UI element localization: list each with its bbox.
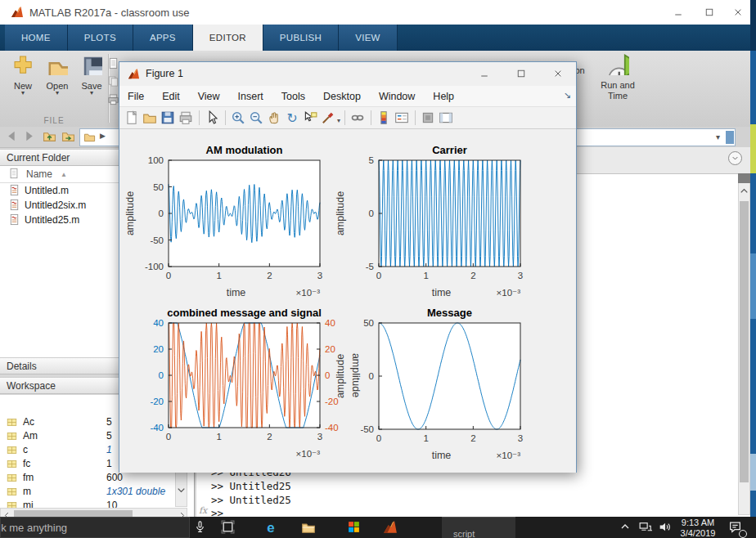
open-button[interactable]: Open ▾ <box>41 54 74 114</box>
figure-close-button[interactable] <box>541 62 575 85</box>
pan-hand-icon[interactable] <box>267 110 281 125</box>
zoom-in-icon[interactable] <box>231 110 245 125</box>
script-button-label: script <box>453 529 475 538</box>
brush-dropdown-caret[interactable]: ▾ <box>337 117 340 124</box>
save-figure-icon[interactable] <box>160 110 175 125</box>
script-window-button[interactable]: script <box>442 517 515 538</box>
edge-browser-icon[interactable]: e <box>263 520 278 538</box>
scroll-down-chevron-icon[interactable] <box>175 484 187 500</box>
tab-publish[interactable]: PUBLISH <box>263 25 339 51</box>
svg-text:0: 0 <box>159 208 164 218</box>
plot-tools-on-icon[interactable] <box>439 110 453 125</box>
subplot-message: 0123-50050Messageamplitudetime×10⁻³ <box>335 307 523 461</box>
figure-window[interactable]: Figure 1 FileEditViewInsertToolsDesktopW… <box>119 61 577 473</box>
insert-colorbar-icon[interactable] <box>376 110 391 125</box>
figure-matlab-icon <box>128 68 140 83</box>
menu-insert[interactable]: Insert <box>238 91 263 102</box>
file-name[interactable]: Untitled25.m <box>25 214 79 226</box>
scroll-up-chevron-icon[interactable] <box>738 185 750 200</box>
file-explorer-icon[interactable] <box>301 520 316 538</box>
file-name[interactable]: Untitled2six.m <box>25 200 86 211</box>
scrollbar-block[interactable] <box>738 173 750 183</box>
workspace-row[interactable]: m1x301 double <box>0 485 195 499</box>
svg-text:AM modulation: AM modulation <box>206 144 283 156</box>
toolbar-separator <box>225 110 226 125</box>
collapse-ribbon-icon[interactable] <box>728 151 742 165</box>
svg-text:1: 1 <box>423 271 428 280</box>
tab-editor[interactable]: EDITOR <box>193 25 263 51</box>
insert-legend-icon[interactable] <box>394 110 409 125</box>
new-document-icon[interactable] <box>124 110 139 125</box>
tab-apps[interactable]: APPS <box>133 25 193 51</box>
open-folder-icon[interactable] <box>142 110 157 125</box>
run-and-time-button[interactable]: Run and Time <box>597 52 638 101</box>
dock-figure-icon[interactable]: ↘ <box>564 90 571 101</box>
address-dropdown-caret[interactable]: ▾ <box>716 132 720 141</box>
address-pin-icon[interactable] <box>726 131 734 144</box>
cortana-placeholder: Ask me anything <box>0 522 67 534</box>
zoom-out-icon[interactable] <box>249 110 263 125</box>
back-arrow-icon[interactable] <box>5 129 19 146</box>
workspace-row[interactable]: fm600 <box>0 471 195 485</box>
menu-help[interactable]: Help <box>433 91 454 102</box>
link-plot-icon[interactable] <box>350 110 365 125</box>
speaker-icon[interactable] <box>658 520 672 537</box>
pointer-icon[interactable] <box>205 110 219 125</box>
forward-arrow-icon[interactable] <box>22 129 36 146</box>
menu-edit[interactable]: Edit <box>162 91 180 102</box>
figure-canvas: 0123-100-50050100AM modulationamplitudet… <box>119 129 576 473</box>
find-files-icon[interactable] <box>107 57 119 73</box>
doc-column-icon <box>8 168 20 182</box>
matlab-taskbar-icon[interactable] <box>383 520 398 538</box>
chevron-up-icon[interactable] <box>619 520 632 536</box>
brush-icon[interactable] <box>321 110 335 125</box>
microphone-icon[interactable] <box>193 520 207 537</box>
minimize-button[interactable] <box>664 0 692 24</box>
data-cursor-icon[interactable] <box>303 110 317 125</box>
windows-store-icon[interactable] <box>347 520 361 537</box>
figure-titlebar[interactable]: Figure 1 <box>119 62 576 87</box>
open-dropdown-caret[interactable]: ▾ <box>41 91 74 96</box>
figure-minimize-button[interactable] <box>467 62 502 85</box>
folder-up-icon[interactable] <box>43 129 56 146</box>
save-dropdown-caret[interactable]: ▾ <box>75 91 108 96</box>
print-icon[interactable] <box>107 93 119 109</box>
matlab-logo-icon <box>11 6 24 22</box>
menu-tools[interactable]: Tools <box>281 91 305 102</box>
figure-maximize-button[interactable] <box>504 62 538 85</box>
run-and-time-label: Run and Time <box>597 80 638 101</box>
folder-browse-icon[interactable] <box>61 129 75 146</box>
rotate-3d-icon[interactable]: ↻ <box>285 110 299 125</box>
tab-home[interactable]: HOME <box>5 25 68 51</box>
editor-scroll-thumb[interactable] <box>740 201 749 482</box>
hscroll-thumb[interactable] <box>14 510 133 517</box>
variable-name[interactable]: Am <box>23 430 38 442</box>
task-view-icon[interactable] <box>221 520 235 537</box>
variable-name[interactable]: m <box>23 486 31 497</box>
tab-view[interactable]: VIEW <box>339 25 398 51</box>
menu-file[interactable]: File <box>128 91 144 102</box>
plot-tools-off-icon[interactable] <box>421 110 435 125</box>
variable-name[interactable]: c <box>23 444 28 455</box>
tab-plots[interactable]: PLOTS <box>68 25 133 51</box>
variable-name[interactable]: fc <box>23 458 30 469</box>
maximize-button[interactable] <box>695 0 723 24</box>
menu-window[interactable]: Window <box>379 91 415 102</box>
variable-name[interactable]: Ac <box>23 416 34 428</box>
close-button[interactable] <box>727 0 749 24</box>
svg-text:-20: -20 <box>150 397 164 406</box>
variable-name[interactable]: fm <box>23 472 34 483</box>
new-button[interactable]: New ▾ <box>7 54 39 114</box>
compare-icon[interactable] <box>107 75 119 91</box>
file-name[interactable]: Untitled.m <box>25 185 69 196</box>
print-icon[interactable] <box>178 110 193 125</box>
save-button[interactable]: Save ▾ <box>75 54 108 114</box>
menu-view[interactable]: View <box>198 91 220 102</box>
svg-text:2: 2 <box>470 271 475 280</box>
breadcrumb-arrow-icon[interactable]: ▶ <box>100 132 106 140</box>
menu-desktop[interactable]: Desktop <box>323 91 361 102</box>
taskbar-clock[interactable]: 9:13 AM 3/4/2019 <box>674 518 722 538</box>
cortana-search-box[interactable]: Ask me anything <box>0 517 190 538</box>
network-icon[interactable] <box>638 520 652 537</box>
new-dropdown-caret[interactable]: ▾ <box>7 91 39 96</box>
